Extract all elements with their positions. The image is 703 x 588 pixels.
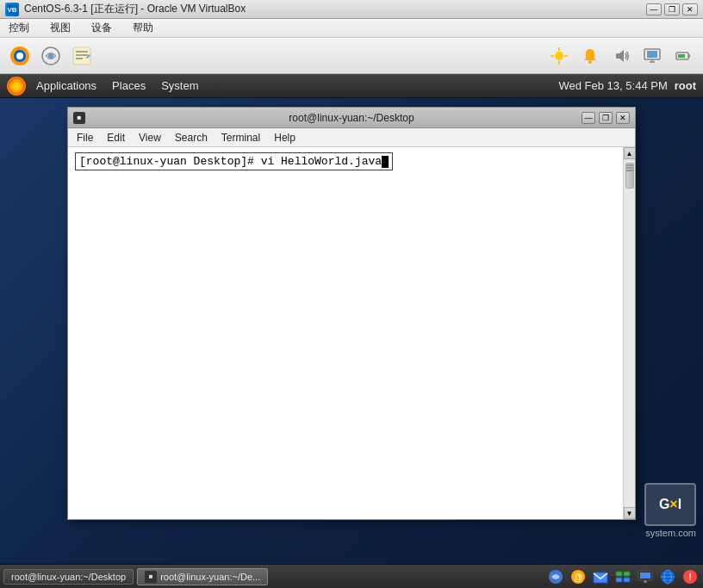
virtualbox-window: VB CentOS-6.3-1 [正在运行] - Oracle VM Virtu… — [0, 0, 703, 588]
bottom-chat-icon[interactable]: @ — [569, 567, 588, 586]
terminal-menu-file[interactable]: File — [72, 130, 98, 145]
terminal-window: ■ root@linux-yuan:~/Desktop — ❐ ✕ File E… — [67, 107, 636, 520]
gnome-top-panel: Applications Places System Wed Feb 13, 5… — [0, 74, 703, 98]
terminal-menu-edit[interactable]: Edit — [102, 130, 130, 145]
terminal-menu-view[interactable]: View — [134, 130, 166, 145]
svg-text:@: @ — [574, 573, 582, 582]
watermark-logo: G×I — [644, 483, 696, 526]
vbox-menu-help[interactable]: 帮助 — [128, 19, 159, 37]
svg-rect-22 — [678, 54, 685, 58]
scrollbar-grip-1 — [626, 164, 633, 166]
terminal-menubar: File Edit View Search Terminal Help — [68, 128, 635, 147]
sun-icon[interactable] — [546, 43, 572, 69]
bottom-monitor-icon[interactable] — [636, 567, 655, 586]
bottom-mail-icon[interactable] — [591, 567, 610, 586]
gnome-applications-menu[interactable]: Applications — [31, 77, 102, 94]
scrollbar-up-button[interactable]: ▲ — [624, 147, 636, 159]
vbox-logo-icon: VB — [5, 3, 19, 16]
bell-icon[interactable] — [577, 43, 603, 69]
vbox-menu-devices[interactable]: 设备 — [86, 19, 117, 37]
svg-rect-18 — [647, 51, 657, 58]
terminal-restore-button[interactable]: ❐ — [599, 112, 613, 124]
vbox-title-controls: — ❐ ✕ — [646, 3, 698, 15]
terminal-menu-search[interactable]: Search — [170, 130, 213, 145]
gnome-panel-right: Wed Feb 13, 5:44 PM root — [559, 79, 697, 92]
vbox-menubar: 控制 视图 设备 帮助 — [0, 19, 703, 38]
vbox-restore-button[interactable]: ❐ — [664, 3, 680, 15]
vbox-titlebar: VB CentOS-6.3-1 [正在运行] - Oracle VM Virtu… — [0, 0, 703, 19]
bottom-network-icon[interactable] — [546, 567, 565, 586]
svg-rect-30 — [624, 572, 630, 576]
vbox-menu-view[interactable]: 视图 — [45, 19, 76, 37]
svg-point-16 — [588, 60, 592, 64]
vbox-title-text: CentOS-6.3-1 [正在运行] - Oracle VM VirtualB… — [24, 2, 246, 16]
svg-text:!: ! — [688, 572, 692, 582]
taskbar-item-desktop[interactable]: root@linux-yuan:~/Desktop — [3, 569, 134, 585]
taskbar-item-terminal-label: root@linux-yuan:~/De... — [160, 572, 260, 582]
volume-icon[interactable] — [608, 43, 634, 69]
taskbar-terminal-icon: ■ — [145, 571, 157, 583]
gnome-panel-left: Applications Places System — [7, 77, 203, 96]
battery-icon[interactable] — [670, 43, 696, 69]
terminal-command-text: vi HelloWorld.java — [261, 155, 382, 168]
svg-rect-23 — [688, 54, 690, 58]
svg-point-4 — [16, 53, 23, 59]
terminal-window-icon: ■ — [73, 112, 85, 124]
gnome-username: root — [675, 79, 696, 92]
terminal-minimize-button[interactable]: — — [582, 112, 595, 124]
watermark-logo-text: G — [659, 497, 669, 512]
svg-point-11 — [555, 52, 563, 60]
vbox-close-button[interactable]: ✕ — [682, 3, 698, 15]
watermark-site: system.com — [645, 528, 696, 538]
terminal-prompt-line: [root@linux-yuan Desktop]# vi HelloWorld… — [75, 152, 616, 170]
terminal-content[interactable]: [root@linux-yuan Desktop]# vi HelloWorld… — [68, 147, 623, 519]
terminal-cursor — [382, 156, 389, 168]
gnome-clock: Wed Feb 13, 5:44 PM — [559, 79, 668, 92]
terminal-menu-terminal[interactable]: Terminal — [216, 130, 265, 145]
svg-rect-28 — [594, 573, 607, 583]
terminal-menu-help[interactable]: Help — [269, 130, 301, 145]
bottom-update-icon[interactable]: ! — [681, 567, 700, 586]
firefox-icon[interactable] — [7, 43, 33, 69]
vbox-minimize-button[interactable]: — — [646, 3, 662, 15]
scrollbar-grip-2 — [626, 167, 633, 169]
taskbar-item-terminal[interactable]: ■ root@linux-yuan:~/De... — [137, 568, 268, 585]
svg-text:VB: VB — [7, 6, 16, 14]
svg-rect-34 — [640, 573, 650, 579]
gnome-system-menu[interactable]: System — [156, 77, 203, 94]
vbox-menu-control[interactable]: 控制 — [3, 19, 34, 37]
vbox-titlebar-left: VB CentOS-6.3-1 [正在运行] - Oracle VM Virtu… — [5, 2, 246, 16]
svg-rect-31 — [616, 578, 622, 582]
network-icon[interactable] — [38, 43, 64, 69]
bottom-connect-icon[interactable] — [613, 567, 632, 586]
terminal-title: root@linux-yuan:~/Desktop — [289, 112, 414, 124]
gnome-bottom-panel: root@linux-yuan:~/Desktop ■ root@linux-y… — [0, 564, 703, 588]
bottom-globe-icon[interactable] — [658, 567, 677, 586]
terminal-prompt-prefix: [root@linux-yuan Desktop]# — [79, 155, 261, 168]
gnome-places-menu[interactable]: Places — [107, 77, 151, 94]
svg-rect-29 — [616, 572, 622, 576]
scrollbar-grip-3 — [626, 170, 633, 171]
edit-icon[interactable] — [69, 43, 95, 69]
taskbar-item-desktop-label: root@linux-yuan:~/Desktop — [11, 572, 126, 582]
gnome-desktop: Applications Places System Wed Feb 13, 5… — [0, 74, 703, 588]
terminal-prompt-box: [root@linux-yuan Desktop]# vi HelloWorld… — [75, 152, 393, 170]
scrollbar-thumb[interactable] — [625, 163, 634, 189]
watermark-area: G×I system.com — [644, 483, 696, 538]
bottom-panel-right: @ — [546, 567, 700, 586]
terminal-command: [root@linux-yuan Desktop]# vi HelloWorld… — [79, 155, 389, 168]
gnome-logo-icon — [7, 77, 26, 96]
scrollbar-down-button[interactable]: ▼ — [624, 507, 636, 519]
display-icon[interactable] — [639, 43, 665, 69]
vbox-toolbar — [0, 38, 703, 74]
terminal-titlebar: ■ root@linux-yuan:~/Desktop — ❐ ✕ — [68, 108, 635, 128]
desktop-area: ■ root@linux-yuan:~/Desktop — ❐ ✕ File E… — [0, 98, 703, 564]
terminal-controls: — ❐ ✕ — [582, 112, 630, 124]
svg-rect-32 — [624, 578, 630, 582]
terminal-close-button[interactable]: ✕ — [616, 112, 630, 124]
terminal-body: [root@linux-yuan Desktop]# vi HelloWorld… — [68, 147, 635, 519]
terminal-scrollbar: ▲ ▼ — [623, 147, 635, 519]
svg-point-6 — [48, 53, 53, 59]
